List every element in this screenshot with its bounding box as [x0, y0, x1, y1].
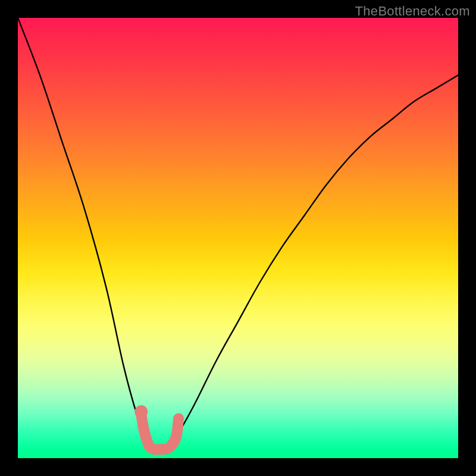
watermark-text: TheBottleneck.com [355, 4, 470, 19]
curve-layer [18, 18, 458, 458]
chart-stage: TheBottleneck.com [0, 0, 476, 476]
bottleneck-curve [18, 18, 458, 450]
plot-area [18, 18, 458, 458]
